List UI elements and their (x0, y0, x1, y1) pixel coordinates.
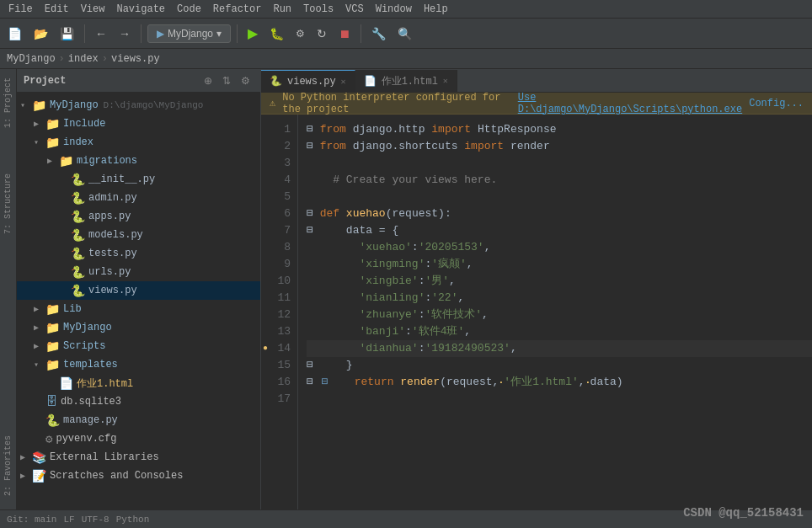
migrations-folder-icon: 📁 (59, 154, 73, 168)
status-python: Python (116, 515, 150, 525)
code-line-1: ⊟ from django.http import HttpResponse (307, 121, 812, 138)
tree-admin-py[interactable]: 🐍 admin.py (17, 189, 260, 207)
project-panel-title: Project (24, 75, 66, 87)
debug-btn[interactable]: 🐛 (265, 24, 288, 43)
models-label: models.py (88, 229, 143, 241)
ln-17: 17 (261, 391, 297, 408)
warning-link[interactable]: Use D:\djamgo\MyDjango\Scripts\python.ex… (518, 92, 742, 115)
code-line-3 (307, 155, 812, 172)
back-btn[interactable]: ← (91, 24, 111, 43)
menu-vcs[interactable]: VCS (340, 0, 369, 19)
tree-tests-py[interactable]: 🐍 tests.py (17, 244, 260, 263)
ext-libs-icon: 📚 (32, 451, 46, 465)
lib-folder-icon: 📁 (45, 302, 60, 317)
menu-edit[interactable]: Edit (40, 0, 74, 19)
menu-window[interactable]: Window (371, 0, 417, 19)
tree-scratches[interactable]: ▶ 📝 Scratches and Consoles (17, 467, 260, 485)
code-content[interactable]: ⊟ from django.http import HttpResponse ⊟… (298, 115, 812, 509)
tree-lib[interactable]: ▶ 📁 Lib (17, 300, 260, 318)
breadcrumb-index[interactable]: index (68, 53, 99, 65)
urls-label: urls.py (88, 266, 131, 278)
code-line-13: 'banji':'软件4班', (307, 323, 812, 340)
tree-migrations[interactable]: ▶ 📁 migrations (17, 152, 260, 170)
menu-run[interactable]: Run (268, 0, 296, 19)
ln-16: 16 (261, 374, 297, 391)
apps-label: apps.py (88, 211, 131, 222)
settings-btn[interactable]: 🔧 (367, 24, 390, 43)
tree-root[interactable]: ▾ 📁 MyDjango D:\djamgo\MyDjango (17, 96, 260, 115)
warning-text: No Python interpreter configured for the… (282, 92, 511, 115)
tree-apps-py[interactable]: 🐍 apps.py (17, 207, 260, 226)
ln-9: 9 (261, 256, 297, 273)
separator-2 (141, 24, 142, 43)
search-btn[interactable]: 🔍 (393, 24, 416, 43)
save-btn[interactable]: 💾 (56, 24, 78, 43)
ln-12: 12 (261, 307, 297, 323)
menu-refactor[interactable]: Refactor (208, 0, 267, 19)
stop-btn[interactable]: ⏹ (334, 24, 355, 43)
ext-libs-label: External Libraries (50, 451, 159, 463)
code-line-17 (307, 391, 812, 408)
toolbar: 📄 📂 💾 ← → ▶ MyDjango ▾ ▶ 🐛 ⚙ ↻ ⏹ 🔧 🔍 (0, 19, 812, 49)
tree-manage-py[interactable]: 🐍 manage.py (17, 411, 260, 429)
ln-10: 10 (261, 273, 297, 290)
project-side-icon[interactable]: 1: Project (2, 72, 14, 133)
menu-navigate[interactable]: Navigate (111, 0, 170, 19)
new-file-btn[interactable]: 📄 (3, 24, 26, 43)
tree-urls-py[interactable]: 🐍 urls.py (17, 263, 260, 281)
code-line-10: 'xingbie':'男', (307, 273, 812, 290)
favorites-side-icon[interactable]: 2: Favorites (2, 430, 14, 501)
root-label: MyDjango (50, 99, 99, 111)
menu-help[interactable]: Help (419, 0, 453, 19)
tree-include[interactable]: ▶ 📁 Include (17, 115, 260, 133)
collapse-all-btn[interactable]: ⇅ (219, 73, 234, 88)
breadcrumb-root[interactable]: MyDjango (7, 53, 56, 65)
structure-side-icon[interactable]: 7: Structure (2, 168, 14, 239)
code-line-8: 'xuehao':'20205153', (307, 239, 812, 256)
separator-4 (361, 24, 361, 43)
tree-init-py[interactable]: 🐍 __init__.py (17, 170, 260, 189)
menu-code[interactable]: Code (172, 0, 206, 19)
forward-btn[interactable]: → (115, 24, 135, 43)
code-line-2: ⊟ from django.shortcuts import render (307, 138, 812, 155)
ln-5: 5 (261, 189, 297, 205)
mydjango-folder-icon: 📁 (45, 321, 60, 335)
ln-14: ● 14 (261, 340, 297, 357)
panel-settings-btn[interactable]: ⚙ (238, 73, 254, 88)
tree-index[interactable]: ▾ 📁 index (17, 133, 260, 152)
tree-scripts[interactable]: ▶ 📁 Scripts (17, 337, 260, 355)
warning-action[interactable]: Config... (749, 98, 804, 109)
tab-views-py[interactable]: 🐍 views.py ✕ (261, 70, 355, 92)
ln-3: 3 (261, 155, 297, 172)
menu-view[interactable]: View (76, 0, 110, 19)
templates-label: templates (63, 359, 118, 371)
tab-zuoye1-html[interactable]: 📄 作业1.html ✕ (355, 70, 457, 92)
tree-models-py[interactable]: 🐍 models.py (17, 226, 260, 244)
tab-views-py-icon: 🐍 (270, 75, 282, 88)
tab-zuoye1-close[interactable]: ✕ (443, 76, 448, 86)
project-panel-actions: ⊕ ⇅ ⚙ (200, 73, 254, 88)
code-editor[interactable]: 1 2 3 4 5 6 7 8 9 10 11 12 13 ● 14 15 16… (261, 115, 812, 509)
tab-views-py-close[interactable]: ✕ (341, 77, 346, 87)
status-git: Git: main (7, 515, 56, 525)
tree-ext-libs[interactable]: ▶ 📚 External Libraries (17, 448, 260, 467)
reload-btn[interactable]: ↻ (313, 24, 331, 43)
add-content-btn[interactable]: ⊕ (200, 73, 216, 88)
project-selector[interactable]: ▶ MyDjango ▾ (147, 24, 231, 43)
menu-file[interactable]: File (3, 0, 38, 19)
tree-zuoye1-html[interactable]: 📄 作业1.html (17, 374, 260, 392)
tree-templates[interactable]: ▾ 📁 templates (17, 355, 260, 374)
tree-pyvenv-cfg[interactable]: ⚙ pyvenv.cfg (17, 429, 260, 448)
open-btn[interactable]: 📂 (29, 24, 52, 43)
pyvenv-label: pyvenv.cfg (56, 433, 116, 445)
build-btn[interactable]: ⚙ (291, 25, 309, 42)
tree-mydjango-folder[interactable]: ▶ 📁 MyDjango (17, 318, 260, 337)
tree-views-py[interactable]: 🐍 views.py (17, 281, 260, 300)
ln-8: 8 (261, 239, 297, 256)
run-btn[interactable]: ▶ (243, 23, 262, 44)
menu-tools[interactable]: Tools (298, 0, 339, 19)
tree-db-sqlite3[interactable]: 🗄 db.sqlite3 (17, 392, 260, 411)
scratches-label: Scratches and Consoles (50, 470, 183, 482)
breadcrumb-views[interactable]: views.py (111, 53, 160, 65)
code-line-15: ⊟ } (307, 357, 812, 374)
